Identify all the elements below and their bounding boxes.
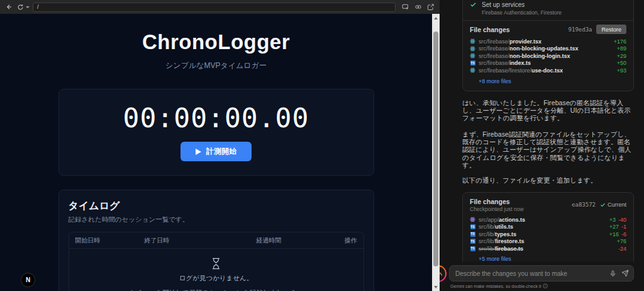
reload-icon[interactable] [16,3,24,11]
react-file-icon [470,53,475,59]
diff-added: +29 [617,53,626,59]
file-dir: src/firebase/ [479,53,509,59]
more-files-link[interactable]: +8 more files [479,78,511,84]
diff-added: +16 [609,231,619,237]
scrollbar-thumb[interactable] [433,31,438,266]
diff-added: +50 [617,60,626,66]
file-row[interactable]: src/app/actions.ts +3-40 [470,216,626,224]
page-title: ChronoLogger [58,30,374,54]
time-log-card: タイムログ 記録された時間のセッション一覧です。 開始日時 終了日時 経過時間 … [58,190,374,291]
disclaimer-text: Gemini can make mistakes, so double-chec… [450,284,541,288]
scroll-down-icon[interactable] [432,283,440,290]
time-log-title: タイムログ [69,200,364,213]
page-subtitle: シンプルなMVPタイムロガー [58,60,374,71]
file-row[interactable]: TS src/lib/firestore.ts +76 [470,237,626,245]
file-dir: src/lib/ [479,231,495,237]
reload-dropdown-icon[interactable] [26,6,30,8]
file-row[interactable]: TS src/lib/utils.ts +27-1 [470,223,626,231]
file-name: non-blocking-login.tsx [509,53,570,59]
file-row[interactable]: src/firebase/firestore/use-doc.tsx +93 [470,67,626,74]
time-log-subtitle: 記録された時間のセッション一覧です。 [69,215,364,224]
typescript-file-icon: TS [470,224,475,229]
column-header-end: 終了日時 [145,236,257,245]
file-row[interactable]: src/firebase/provider.tsx +176 [470,38,626,45]
setup-step: Set up services Firebase Authentication,… [470,0,626,16]
typescript-file-icon: TS [470,60,475,66]
back-icon[interactable] [4,3,13,11]
diff-removed: -40 [618,217,626,223]
timer-display: 00:00:00.00 [59,105,374,132]
file-row[interactable]: TS src/lib/types.ts +16-6 [470,231,626,238]
hourglass-icon [211,258,221,270]
column-header-actions: 操作 [319,236,357,245]
diff-added: +89 [617,45,626,52]
preview-toolbar [0,0,440,14]
diff-added: +93 [617,67,626,74]
file-row-deleted[interactable]: TS src/lib/firebase.ts -24 [470,245,626,253]
file-dir: src/lib/ [479,224,495,230]
file-name: actions.ts [499,217,525,223]
typescript-file-icon: TS [470,232,475,237]
file-name: types.ts [495,231,516,237]
preview-scrollbar[interactable] [432,14,440,291]
typescript-file-icon: TS [470,239,475,244]
nextjs-dev-badge[interactable]: N [21,273,35,287]
gemini-avatar [440,265,447,282]
file-dir: src/lib/ [479,238,495,244]
column-header-elapsed: 経過時間 [257,236,319,245]
file-dir: src/firebase/ [479,38,509,45]
diff-added: +176 [614,38,626,45]
open-external-icon[interactable] [426,3,435,11]
file-name: firestore.ts [495,238,525,244]
step-title: Set up services [482,1,562,8]
current-status-label: Current [608,202,626,208]
server-action-file-icon [470,217,475,222]
url-input[interactable] [33,3,396,12]
app-window: ChronoLogger シンプルなMVPタイムロガー 00:00:00.00 … [0,0,644,291]
send-icon[interactable] [621,270,629,277]
react-file-icon [470,38,475,44]
file-row[interactable]: TS src/firebase/index.ts +50 [470,60,626,67]
diff-added: +76 [617,238,626,244]
diff-added: +3 [609,217,616,223]
file-name: utils.ts [495,224,513,230]
assistant-message: まず、Firebase認証関連のファイルをセットアップし、既存のコードを修正して… [462,130,634,169]
timer-card: 00:00:00.00 計測開始 [58,89,374,176]
link-icon[interactable] [414,3,423,11]
commit-hash: 919ed3a [569,26,592,33]
empty-state-hint: タイマーを開始して最初のセッションを記録しましょう。 [69,288,364,291]
chat-input[interactable] [449,265,634,282]
toolbar-actions [401,3,435,11]
file-changes-title: File changes [470,26,510,33]
scroll-up-icon[interactable] [432,14,440,21]
empty-state: ログが見つかりません。 タイマーを開始して最初のセッションを記録しましょう。 [69,249,364,291]
nextjs-badge-label: N [26,277,30,283]
step-subtitle: Firebase Authentication, Firestore [482,9,562,16]
empty-state-title: ログが見つかりません。 [69,274,364,283]
react-file-icon [470,46,475,52]
restore-button[interactable]: Restore [596,25,626,34]
file-row[interactable]: src/firebase/non-blocking-login.tsx +29 [470,52,626,60]
file-dir: src/app/ [479,217,499,223]
typescript-file-icon: TS [470,246,475,251]
file-row[interactable]: src/firebase/non-blocking-updates.tsx +8… [470,45,626,53]
file-dir: src/firebase/ [479,45,509,52]
column-header-start: 開始日時 [75,236,145,245]
check-icon [470,1,477,8]
preview-pane: ChronoLogger シンプルなMVPタイムロガー 00:00:00.00 … [0,0,440,291]
assistant-message: 以下の通り、ファイルを変更・追加します。 [462,176,634,184]
mic-icon[interactable] [609,270,616,277]
file-changes-card-1: Set up services Firebase Authentication,… [462,0,634,91]
file-changes-title: File changes [470,198,524,205]
time-log-table: 開始日時 終了日時 経過時間 操作 [69,232,364,291]
inspect-element-icon[interactable] [401,3,410,11]
table-header-row: 開始日時 終了日時 経過時間 操作 [69,232,364,249]
diff-added: +27 [609,224,619,230]
file-name: provider.tsx [509,38,541,45]
file-dir: src/firebase/firestore/ [479,67,531,74]
file-name: index.ts [509,60,531,66]
checkpoint-subtitle: Checkpointed just now [470,206,524,212]
disclaimer: Gemini can make mistakes, so double-chec… [449,283,634,288]
start-timer-button[interactable]: 計測開始 [180,142,252,161]
file-changes-card-2: File changes Checkpointed just now ea835… [462,192,634,270]
